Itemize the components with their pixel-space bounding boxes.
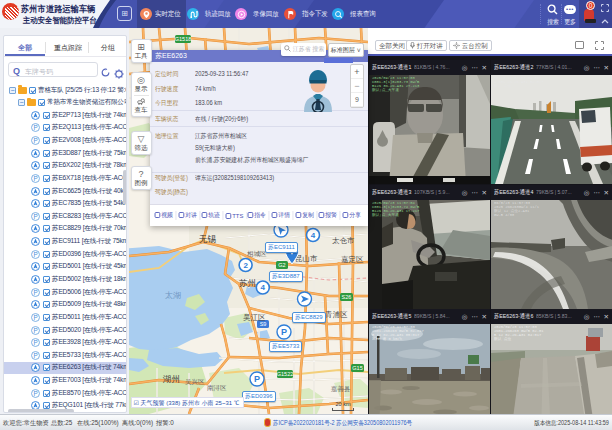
svg-text:苏州: 苏州 xyxy=(239,278,256,288)
svg-text:S26: S26 xyxy=(342,294,352,300)
svg-text:吴兴区: 吴兴区 xyxy=(185,378,205,386)
svg-text:G2: G2 xyxy=(278,262,285,268)
svg-text:P: P xyxy=(33,314,37,321)
svg-text:P: P xyxy=(33,137,37,144)
svg-text:昆山市: 昆山市 xyxy=(295,254,318,263)
svg-text:4: 4 xyxy=(311,231,316,240)
svg-text:无锡: 无锡 xyxy=(199,234,217,244)
svg-text:P: P xyxy=(254,374,260,384)
svg-text:嘉定区: 嘉定区 xyxy=(341,255,364,264)
svg-text:P: P xyxy=(33,390,37,397)
svg-text:南浔区: 南浔区 xyxy=(207,384,227,392)
svg-text:吴江区: 吴江区 xyxy=(243,313,266,322)
svg-text:P: P xyxy=(33,124,37,131)
svg-text:P: P xyxy=(33,213,37,220)
svg-text:P: P xyxy=(33,251,37,258)
svg-text:太湖: 太湖 xyxy=(165,291,181,300)
svg-text:青浦区: 青浦区 xyxy=(325,310,348,319)
svg-text:P: P xyxy=(281,327,287,337)
svg-text:P: P xyxy=(33,326,37,333)
svg-text:G1522: G1522 xyxy=(277,371,294,377)
svg-text:湖州: 湖州 xyxy=(162,374,180,384)
svg-text:P: P xyxy=(33,175,37,182)
svg-text:相城区: 相城区 xyxy=(246,250,267,258)
svg-text:4: 4 xyxy=(261,283,266,292)
svg-text:太仓市: 太仓市 xyxy=(332,236,355,245)
svg-text:G1518: G1518 xyxy=(175,36,192,42)
svg-text:P: P xyxy=(33,339,37,346)
svg-text:P: P xyxy=(33,352,37,359)
svg-text:P: P xyxy=(33,289,37,296)
svg-text:G15: G15 xyxy=(352,365,362,371)
svg-text:2: 2 xyxy=(243,261,248,270)
svg-text:嘉善县: 嘉善县 xyxy=(331,385,351,393)
